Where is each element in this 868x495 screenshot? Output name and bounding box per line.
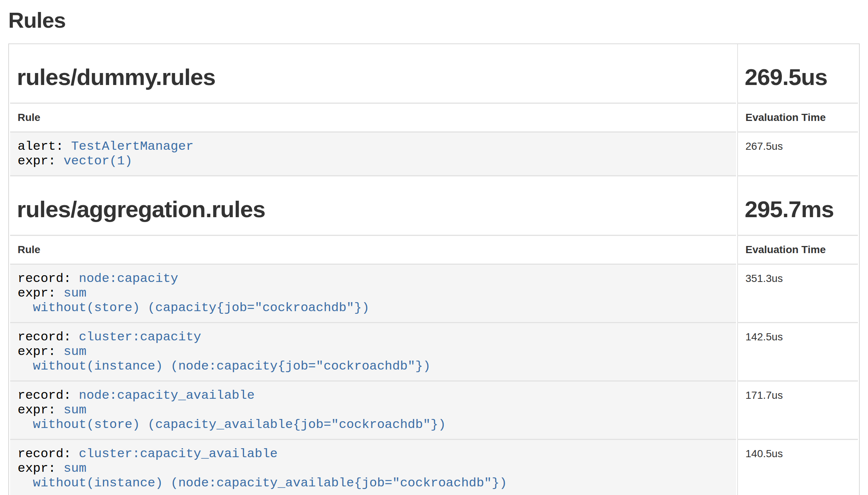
column-header-row: Rule Evaluation Time — [10, 103, 858, 131]
rule-link[interactable]: cluster:capacity_available — [79, 447, 278, 461]
page-title: Rules — [8, 8, 860, 32]
rule-cell: record: node:capacity_available expr: su… — [10, 380, 736, 439]
rule-text: record: node:capacity_available expr: su… — [18, 388, 729, 432]
rule-column-header: Rule — [10, 103, 736, 131]
rule-group-eval-time: 269.5us — [745, 64, 851, 90]
rule-row: record: node:capacity_available expr: su… — [10, 380, 858, 439]
rule-link[interactable]: sum without(store) (capacity{job="cockro… — [18, 286, 370, 315]
rule-group-title-cell: rules/aggregation.rules — [10, 175, 736, 235]
rule-eval-time: 140.5us — [737, 439, 858, 495]
rule-text: record: cluster:capacity_available expr:… — [18, 447, 729, 491]
rule-cell: record: cluster:capacity expr: sum witho… — [10, 322, 736, 380]
rules-table: rules/dummy.rules 269.5us Rule Evaluatio… — [8, 43, 860, 495]
rule-text: alert: TestAlertManager expr: vector(1) — [18, 139, 729, 168]
rule-link[interactable]: TestAlertManager — [71, 139, 193, 154]
rule-keyword: expr: — [18, 286, 63, 300]
rule-link[interactable]: vector(1) — [63, 154, 132, 168]
rule-cell: alert: TestAlertManager expr: vector(1) — [10, 131, 736, 175]
rule-eval-time: 351.3us — [737, 264, 858, 322]
rule-eval-time: 267.5us — [737, 131, 858, 175]
rule-group-eval-cell: 269.5us — [737, 44, 858, 103]
rule-group-title-cell: rules/dummy.rules — [10, 44, 736, 103]
rule-group-eval-cell: 295.7ms — [737, 175, 858, 235]
rule-group-eval-time: 295.7ms — [745, 197, 851, 222]
rule-keyword: expr: — [18, 154, 63, 168]
column-header-row: Rule Evaluation Time — [10, 235, 858, 264]
rule-text: record: cluster:capacity expr: sum witho… — [18, 330, 729, 374]
rule-row: record: cluster:capacity expr: sum witho… — [10, 322, 858, 380]
rule-row: record: node:capacity expr: sum without(… — [10, 264, 858, 322]
rule-link[interactable]: node:capacity — [79, 271, 178, 286]
rule-group-header-row: rules/dummy.rules 269.5us — [10, 44, 858, 103]
rule-group-header-row: rules/aggregation.rules 295.7ms — [10, 175, 858, 235]
rule-keyword: expr: — [18, 403, 63, 417]
eval-time-column-header: Evaluation Time — [737, 235, 858, 264]
rule-cell: record: cluster:capacity_available expr:… — [10, 439, 736, 495]
rule-keyword: record: — [18, 447, 79, 461]
rule-link[interactable]: cluster:capacity — [79, 330, 201, 344]
rule-keyword: expr: — [18, 461, 63, 476]
rule-keyword: record: — [18, 388, 79, 403]
rule-keyword: record: — [18, 271, 79, 286]
rules-page: Rules rules/dummy.rules 269.5us Rule Eva… — [0, 8, 868, 495]
rule-eval-time: 171.7us — [737, 380, 858, 439]
rule-link[interactable]: node:capacity_available — [79, 388, 254, 403]
rule-eval-time: 142.5us — [737, 322, 858, 380]
rule-row: record: cluster:capacity_available expr:… — [10, 439, 858, 495]
rule-cell: record: node:capacity expr: sum without(… — [10, 264, 736, 322]
rule-keyword: record: — [18, 330, 79, 344]
rule-keyword: alert: — [18, 139, 71, 154]
rule-link[interactable]: sum without(instance) (node:capacity{job… — [18, 344, 431, 373]
rule-text: record: node:capacity expr: sum without(… — [18, 271, 729, 315]
rule-link[interactable]: sum without(instance) (node:capacity_ava… — [18, 461, 507, 490]
rule-group-title: rules/dummy.rules — [17, 64, 729, 90]
eval-time-column-header: Evaluation Time — [737, 103, 858, 131]
rule-keyword: expr: — [18, 344, 63, 359]
rule-group-title: rules/aggregation.rules — [17, 197, 729, 222]
rule-row: alert: TestAlertManager expr: vector(1) … — [10, 131, 858, 175]
rule-column-header: Rule — [10, 235, 736, 264]
rule-link[interactable]: sum without(store) (capacity_available{j… — [18, 403, 446, 432]
